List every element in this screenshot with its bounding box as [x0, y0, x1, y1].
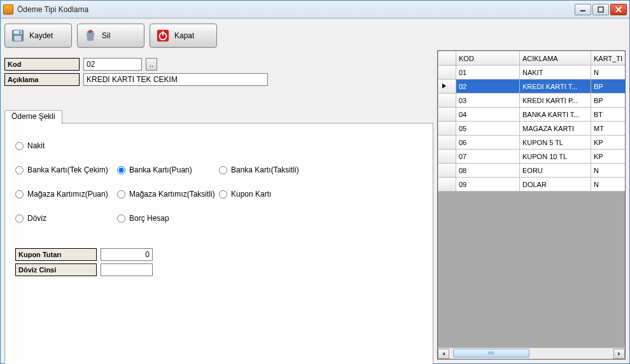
table-row[interactable]: 02KREDI KARTI T...BP	[438, 80, 626, 94]
cell-aciklama[interactable]: KREDI KARTI T...	[520, 80, 591, 94]
scroll-thumb[interactable]: III	[453, 349, 529, 358]
radio-banka-tek[interactable]: Banka Kartı(Tek Çekim)	[15, 165, 117, 174]
save-button-label: Kaydet	[29, 31, 53, 40]
row-selector-cell[interactable]	[438, 80, 456, 94]
cell-kart[interactable]: N	[591, 66, 626, 80]
radio-nakit[interactable]: Nakit	[15, 141, 308, 150]
grid-header-kod[interactable]: KOD	[456, 52, 520, 66]
table-row[interactable]: 06KUPON 5 TLKP	[438, 136, 626, 150]
cell-kod[interactable]: 01	[456, 66, 520, 80]
radio-doviz-input[interactable]	[15, 214, 24, 223]
cell-kod[interactable]: 02	[456, 80, 520, 94]
cell-kod[interactable]: 04	[456, 108, 520, 122]
radio-nakit-input[interactable]	[15, 142, 24, 150]
svg-marker-15	[618, 352, 620, 356]
table-row[interactable]: 09DOLARN	[438, 178, 626, 192]
table-row[interactable]: 05MAGAZA KARTIMT	[438, 122, 626, 136]
radio-borc[interactable]: Borç Hesap	[117, 214, 219, 223]
minimize-button[interactable]	[575, 4, 591, 15]
row-selector-cell[interactable]	[438, 108, 456, 122]
row-selector-cell[interactable]	[438, 122, 456, 136]
table-row[interactable]: 07KUPON 10 TLKP	[438, 150, 626, 164]
aciklama-input[interactable]	[83, 73, 268, 86]
close-app-button-label: Kapat	[174, 31, 194, 40]
data-grid[interactable]: KOD ACIKLAMA KART_TI 01NAKITN02KREDI KAR…	[437, 50, 626, 360]
cell-kart[interactable]: MT	[591, 122, 626, 136]
cell-kod[interactable]: 03	[456, 94, 520, 108]
cell-kart[interactable]: BT	[591, 108, 626, 122]
grid-header-row: KOD ACIKLAMA KART_TI	[438, 52, 626, 66]
radio-magaza-puan-input[interactable]	[15, 190, 24, 199]
kupon-tutar-label: Kupon Tutarı	[15, 248, 97, 261]
scroll-track[interactable]: III	[449, 349, 613, 359]
cell-kart[interactable]: N	[591, 164, 626, 178]
radio-banka-taksit[interactable]: Banka Kartı(Taksitli)	[219, 165, 308, 174]
row-selector-cell[interactable]	[438, 94, 456, 108]
radio-kupon-input[interactable]	[219, 190, 227, 199]
maximize-button[interactable]	[592, 4, 609, 15]
cell-aciklama[interactable]: EORU	[520, 164, 591, 178]
radio-magaza-taksit[interactable]: Mağaza Kartımız(Taksitli)	[117, 190, 219, 199]
kod-input[interactable]	[83, 58, 142, 71]
svg-rect-1	[598, 7, 603, 12]
row-selector-cell[interactable]	[438, 136, 456, 150]
cell-kart[interactable]: BP	[591, 94, 626, 108]
trash-icon	[83, 28, 98, 43]
cell-kart[interactable]: KP	[591, 136, 626, 150]
window: Ödeme Tipi Kodlama Kaydet	[0, 0, 630, 364]
grid-header-selector[interactable]	[438, 52, 456, 66]
cell-aciklama[interactable]: KUPON 5 TL	[520, 136, 591, 150]
row-selector-cell[interactable]	[438, 150, 456, 164]
svg-rect-6	[15, 36, 22, 41]
close-button[interactable]	[610, 4, 627, 15]
cell-kart[interactable]: KP	[591, 150, 626, 164]
cell-kod[interactable]: 06	[456, 136, 520, 150]
table-row[interactable]: 08EORUN	[438, 164, 626, 178]
radio-kupon[interactable]: Kupon Kartı	[219, 190, 308, 199]
row-selector-cell[interactable]	[438, 164, 456, 178]
power-icon	[155, 28, 171, 43]
svg-marker-14	[442, 352, 445, 356]
row-marker-icon	[441, 83, 447, 89]
doviz-cinsi-input[interactable]	[101, 263, 153, 276]
scroll-left-button[interactable]	[438, 349, 449, 359]
cell-kart[interactable]: BP	[591, 80, 626, 94]
aciklama-label: Açıklama	[4, 73, 80, 86]
cell-kod[interactable]: 05	[456, 122, 520, 136]
row-selector-cell[interactable]	[438, 178, 456, 192]
radio-banka-tek-input[interactable]	[15, 166, 24, 174]
tab-panel: Ödeme Şekli Nakit Banka Kartı(Tek Çekim)	[4, 123, 433, 364]
cell-aciklama[interactable]: DOLAR	[520, 178, 591, 192]
table-row[interactable]: 03KREDI KARTI P...BP	[438, 94, 626, 108]
radio-banka-taksit-input[interactable]	[219, 166, 227, 174]
save-button[interactable]: Kaydet	[4, 24, 72, 48]
cell-aciklama[interactable]: MAGAZA KARTI	[520, 122, 591, 136]
radio-banka-puan[interactable]: Banka Kartı(Puan)	[117, 165, 219, 174]
kod-lookup-button[interactable]: ..	[146, 58, 157, 71]
cell-kart[interactable]: N	[591, 178, 626, 192]
cell-aciklama[interactable]: KREDI KARTI P...	[520, 94, 591, 108]
cell-aciklama[interactable]: KUPON 10 TL	[520, 150, 591, 164]
radio-banka-puan-input[interactable]	[117, 166, 125, 174]
close-app-button[interactable]: Kapat	[150, 24, 217, 48]
radio-magaza-puan[interactable]: Mağaza Kartımız(Puan)	[15, 190, 117, 199]
row-selector-cell[interactable]	[438, 66, 456, 80]
cell-aciklama[interactable]: BANKA KARTI T...	[520, 108, 591, 122]
grid-header-kart[interactable]: KART_TI	[591, 52, 626, 66]
scroll-right-button[interactable]	[613, 349, 625, 359]
radio-borc-input[interactable]	[117, 214, 125, 223]
grid-header-aciklama[interactable]: ACIKLAMA	[520, 52, 591, 66]
cell-kod[interactable]: 07	[456, 150, 520, 164]
radio-magaza-taksit-input[interactable]	[117, 190, 125, 199]
tab-odeme-sekli[interactable]: Ödeme Şekli	[4, 110, 62, 124]
table-row[interactable]: 01NAKITN	[438, 66, 626, 80]
radio-doviz[interactable]: Döviz	[15, 214, 117, 223]
cell-aciklama[interactable]: NAKIT	[520, 66, 591, 80]
kupon-tutar-input[interactable]	[101, 248, 153, 261]
delete-button[interactable]: Sil	[77, 24, 144, 48]
table-row[interactable]: 04BANKA KARTI T...BT	[438, 108, 626, 122]
cell-kod[interactable]: 09	[456, 178, 520, 192]
cell-kod[interactable]: 08	[456, 164, 520, 178]
horizontal-scrollbar[interactable]: III	[438, 347, 625, 359]
save-icon	[10, 28, 25, 43]
